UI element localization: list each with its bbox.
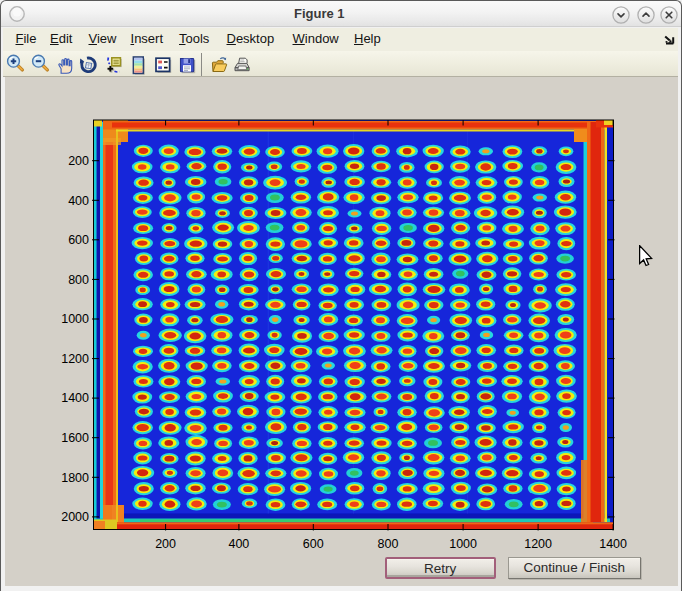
- svg-text:600: 600: [303, 537, 324, 551]
- svg-text:1400: 1400: [599, 537, 627, 551]
- svg-text:800: 800: [68, 273, 89, 287]
- svg-text:1200: 1200: [524, 537, 552, 551]
- svg-text:400: 400: [228, 537, 249, 551]
- svg-text:2000: 2000: [61, 510, 89, 524]
- svg-text:200: 200: [155, 537, 176, 551]
- svg-text:800: 800: [378, 537, 399, 551]
- svg-text:1600: 1600: [61, 431, 89, 445]
- svg-text:200: 200: [68, 154, 89, 168]
- svg-text:1800: 1800: [61, 471, 89, 485]
- svg-text:1000: 1000: [449, 537, 477, 551]
- svg-text:1400: 1400: [61, 391, 89, 405]
- svg-text:600: 600: [68, 233, 89, 247]
- svg-text:1200: 1200: [61, 352, 89, 366]
- svg-text:1000: 1000: [61, 312, 89, 326]
- svg-text:400: 400: [68, 194, 89, 208]
